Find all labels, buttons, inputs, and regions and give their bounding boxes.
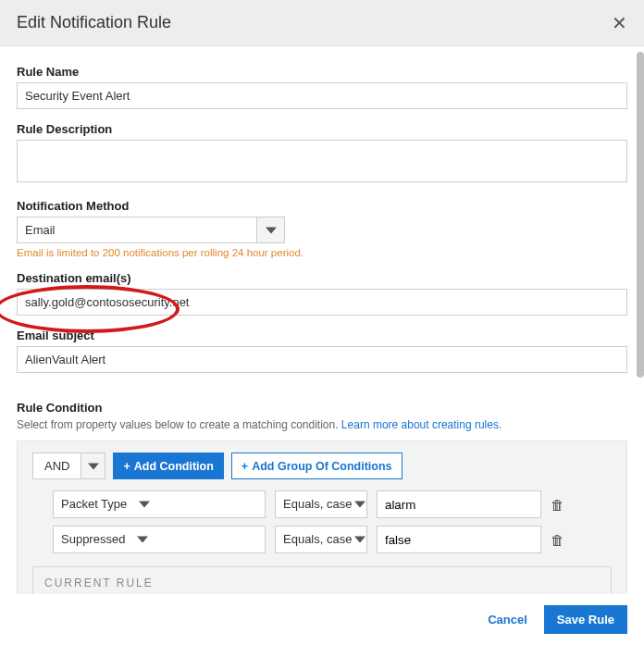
email-subject-input[interactable] <box>17 346 627 373</box>
add-condition-label: Add Condition <box>134 460 214 473</box>
email-limit-hint: Email is limited to 200 notifications pe… <box>17 247 627 258</box>
condition-property-value: Suppressed <box>54 527 132 552</box>
condition-value-input[interactable] <box>377 526 541 553</box>
dialog-header: Edit Notification Rule ✕ <box>0 0 644 46</box>
notification-method-value: Email <box>18 217 256 242</box>
notification-method-select[interactable]: Email <box>17 217 285 243</box>
chevron-down-icon <box>132 527 153 552</box>
rule-condition-label: Rule Condition <box>17 401 627 415</box>
current-rule-box: CURRENT RULE (packet_type == 'alarm' AND… <box>32 566 612 594</box>
condition-property-select[interactable]: Suppressed <box>53 526 266 553</box>
condition-toolbar: AND + Add Condition + Add Group Of Condi… <box>32 453 612 479</box>
add-group-label: Add Group Of Conditions <box>252 460 391 473</box>
add-group-button[interactable]: + Add Group Of Conditions <box>231 453 402 479</box>
learn-more-link[interactable]: Learn more about creating rules. <box>341 418 502 431</box>
condition-operator-value: Equals, case inse <box>276 491 353 517</box>
trash-icon[interactable]: 🗑 <box>551 532 564 548</box>
condition-row: Suppressed Equals, case inse 🗑 <box>32 526 612 553</box>
condition-operator-select[interactable]: Equals, case inse <box>275 490 367 518</box>
edit-notification-rule-dialog: Edit Notification Rule ✕ Rule Name Rule … <box>0 0 644 645</box>
chevron-down-icon <box>134 491 155 517</box>
destination-emails-label: Destination email(s) <box>17 271 627 285</box>
condition-row: Packet Type Equals, case inse 🗑 <box>32 490 612 518</box>
dialog-title: Edit Notification Rule <box>17 13 171 32</box>
rule-name-label: Rule Name <box>17 65 627 79</box>
current-rule-title: CURRENT RULE <box>44 577 600 589</box>
join-operator-value: AND <box>33 453 80 478</box>
email-subject-label: Email subject <box>17 329 627 342</box>
chevron-down-icon <box>256 217 284 242</box>
condition-operator-select[interactable]: Equals, case inse <box>275 526 367 553</box>
condition-operator-value: Equals, case inse <box>276 527 353 552</box>
cancel-button[interactable]: Cancel <box>488 613 527 626</box>
chevron-down-icon <box>80 453 105 478</box>
notification-method-label: Notification Method <box>17 199 627 213</box>
trash-icon[interactable]: 🗑 <box>551 497 564 513</box>
chevron-down-icon <box>353 491 366 517</box>
close-icon[interactable]: ✕ <box>612 14 627 32</box>
plus-icon: + <box>242 460 248 473</box>
rule-condition-hint-text: Select from property values below to cre… <box>17 418 341 431</box>
scrollbar-thumb[interactable] <box>637 52 644 378</box>
add-condition-button[interactable]: + Add Condition <box>113 453 223 479</box>
destination-emails-input[interactable] <box>17 289 627 316</box>
join-operator-select[interactable]: AND <box>32 453 105 479</box>
condition-property-value: Packet Type <box>54 491 134 517</box>
rule-description-input[interactable] <box>17 140 627 182</box>
plus-icon: + <box>123 460 130 473</box>
chevron-down-icon <box>353 527 366 552</box>
rule-name-input[interactable] <box>17 82 627 109</box>
save-rule-button[interactable]: Save Rule <box>544 605 627 634</box>
dialog-body: Rule Name Rule Description Notification … <box>0 46 644 594</box>
condition-property-select[interactable]: Packet Type <box>53 490 266 518</box>
scrollbar[interactable] <box>637 52 644 595</box>
rule-condition-hint: Select from property values below to cre… <box>17 418 627 431</box>
condition-value-input[interactable] <box>377 490 541 518</box>
rule-description-label: Rule Description <box>17 122 627 136</box>
rule-condition-box: AND + Add Condition + Add Group Of Condi… <box>17 440 627 594</box>
dialog-footer: Cancel Save Rule <box>0 594 644 645</box>
